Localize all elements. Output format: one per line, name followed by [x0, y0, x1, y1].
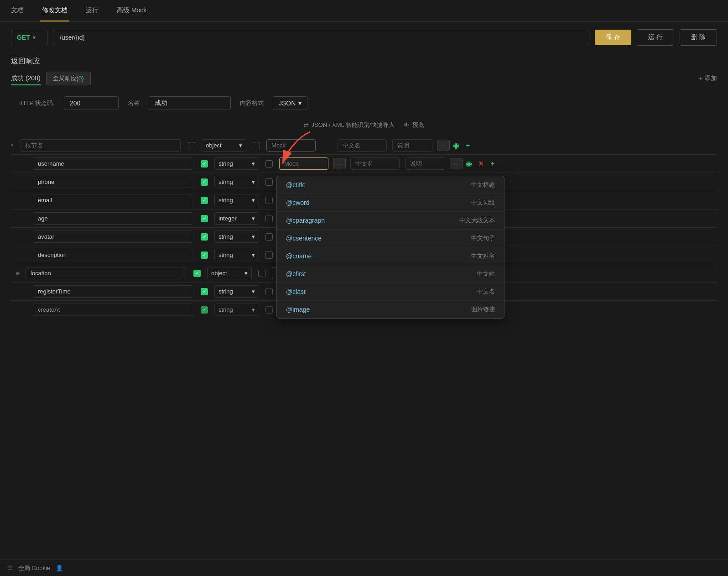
username-options-cell: ··· [448, 158, 464, 169]
dropdown-key-cparagraph: @cparagraph [286, 217, 325, 224]
root-name-input[interactable] [20, 139, 181, 152]
avatar-required[interactable] [265, 233, 273, 241]
username-required-cell [262, 160, 276, 168]
username-chinese-input[interactable] [350, 157, 400, 170]
url-input[interactable] [53, 30, 589, 45]
username-checkbox[interactable] [201, 160, 208, 168]
username-chinese-name-cell [348, 157, 402, 170]
json-import-button[interactable]: ⇄ JSON / XML 智能识别/快捷导入 [304, 121, 395, 129]
root-checkbox[interactable] [188, 142, 195, 149]
tab-run[interactable]: 运行 [84, 0, 100, 21]
preview-button[interactable]: 👁 预览 [404, 121, 424, 129]
registertime-checkbox[interactable] [201, 288, 208, 295]
username-name-input[interactable] [33, 157, 193, 170]
root-chinese-input[interactable] [338, 139, 387, 152]
root-options-cell: ··· [435, 140, 452, 151]
global-cookie-label[interactable]: 全局 Cookie [18, 564, 50, 572]
run-button[interactable]: 运 行 [637, 29, 674, 46]
username-mock-input[interactable] [279, 157, 328, 170]
createat-required[interactable] [265, 306, 273, 314]
username-dots-button[interactable]: ··· [333, 158, 346, 169]
registertime-name-input[interactable] [33, 285, 193, 298]
createat-name-input[interactable] [33, 304, 193, 316]
createat-checkbox[interactable] [201, 306, 208, 314]
username-add-icon[interactable]: + [488, 160, 497, 168]
age-name-input[interactable] [33, 212, 193, 225]
age-checkbox[interactable] [201, 215, 208, 222]
tab-global-response[interactable]: 全局响应(0) [46, 72, 91, 85]
dropdown-key-clast: @clast [286, 288, 306, 295]
username-type-cell: string ▾ [212, 157, 262, 170]
content-type-select[interactable]: JSON ▾ [273, 96, 307, 110]
phone-required[interactable] [265, 178, 273, 186]
avatar-type-select[interactable]: string▾ [214, 230, 259, 243]
method-selector[interactable]: GET ▾ [11, 30, 47, 45]
phone-checkbox[interactable] [201, 178, 208, 186]
delete-button[interactable]: 删 除 [680, 29, 717, 46]
registertime-type-select[interactable]: string▾ [214, 285, 259, 298]
dropdown-item-csentence[interactable]: @csentence 中文句子 [277, 230, 504, 247]
phone-type-select[interactable]: string▾ [214, 176, 259, 188]
description-required[interactable] [265, 251, 273, 259]
root-type-select[interactable]: object ▾ [202, 139, 246, 152]
content-type-chevron-icon: ▾ [298, 99, 302, 107]
dropdown-item-clast[interactable]: @clast 中文名 [277, 283, 504, 301]
location-expand-icon[interactable]: ▶ [16, 270, 26, 276]
root-desc-cell [390, 139, 435, 152]
dropdown-item-cparagraph[interactable]: @cparagraph 中文大段文本 [277, 212, 504, 230]
dropdown-item-ctitle[interactable]: @ctitle 中文标题 [277, 176, 504, 194]
tab-docs[interactable]: 文档 [9, 0, 26, 21]
username-desc-input[interactable] [405, 157, 445, 170]
email-name-input[interactable] [33, 194, 193, 206]
location-name-input[interactable] [26, 267, 186, 279]
username-type-value: string [218, 160, 233, 167]
root-expand-icon[interactable]: ▾ [11, 142, 20, 148]
description-type-select[interactable]: string▾ [214, 249, 259, 261]
tab-edit-docs[interactable]: 修改文档 [40, 0, 69, 21]
email-checkbox[interactable] [201, 197, 208, 204]
save-button[interactable]: 保 存 [595, 30, 631, 45]
http-status-input[interactable] [64, 96, 119, 110]
phone-name-input[interactable] [33, 176, 193, 188]
location-type-select[interactable]: object▾ [207, 267, 252, 279]
email-required[interactable] [265, 197, 273, 204]
description-name-input[interactable] [33, 249, 193, 261]
dropdown-key-cword: @cword [286, 199, 310, 206]
createat-type-select[interactable]: string▾ [214, 304, 259, 316]
username-action-icons: ◉ ✕ + [464, 159, 497, 168]
name-input[interactable] [149, 96, 231, 110]
dropdown-item-cword[interactable]: @cword 中文词组 [277, 194, 504, 212]
bottom-list-icon[interactable]: ☰ [7, 565, 13, 571]
dropdown-item-image[interactable]: @image 图片链接 [277, 301, 504, 318]
root-required-checkbox[interactable] [253, 142, 260, 149]
tab-success-200[interactable]: 成功 (200) [11, 72, 41, 85]
username-close-icon[interactable]: ✕ [476, 159, 485, 168]
avatar-checkbox[interactable] [201, 233, 208, 241]
username-type-select[interactable]: string ▾ [214, 157, 259, 170]
http-status-label: HTTP 状态码: [18, 99, 55, 107]
age-type-select[interactable]: integer▾ [214, 212, 259, 225]
location-checkbox[interactable] [193, 270, 201, 277]
age-required[interactable] [265, 215, 273, 222]
bottom-bar: ☰ 全局 Cookie 👤 [0, 560, 728, 576]
dropdown-item-cname[interactable]: @cname 中文姓名 [277, 247, 504, 265]
root-mock-input[interactable] [266, 139, 316, 152]
root-eye-icon[interactable]: ◉ [452, 141, 461, 150]
registertime-required[interactable] [265, 288, 273, 295]
root-name-cell [20, 139, 184, 152]
location-required[interactable] [258, 270, 265, 277]
description-checkbox[interactable] [201, 251, 208, 259]
username-required-checkbox[interactable] [265, 160, 273, 168]
response-section-title: 返回响应 [0, 53, 728, 72]
username-eye-icon[interactable]: ◉ [464, 159, 473, 168]
avatar-name-input[interactable] [33, 230, 193, 243]
root-dots-button[interactable]: ··· [437, 140, 450, 151]
dropdown-item-cfirst[interactable]: @cfirst 中文姓 [277, 265, 504, 283]
add-response-button[interactable]: + 添加 [699, 74, 717, 83]
tab-advanced-mock[interactable]: 高级 Mock [115, 0, 148, 21]
root-add-icon[interactable]: + [463, 141, 473, 150]
dropdown-key-image: @image [286, 306, 310, 313]
username-options-button[interactable]: ··· [450, 158, 463, 169]
root-desc-input[interactable] [392, 139, 432, 152]
email-type-select[interactable]: string▾ [214, 194, 259, 206]
